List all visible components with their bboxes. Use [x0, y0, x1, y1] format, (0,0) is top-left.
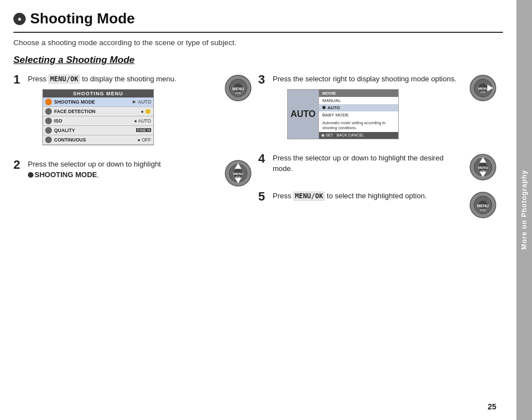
- svg-text:/OK: /OK: [235, 91, 241, 95]
- menu-value-shooting: AUTO: [138, 99, 151, 105]
- mode-auto-box: AUTO: [288, 90, 318, 139]
- step-3-number: 3: [258, 74, 268, 86]
- step-2-row: 2 Press the selector up or down to highl…: [13, 159, 253, 188]
- step-5-number: 5: [258, 191, 268, 203]
- menu-icon-quality: [45, 127, 52, 134]
- step-1-number: 1: [13, 74, 23, 86]
- mode-item-auto: AUTO: [319, 104, 398, 111]
- step-1-row: 1 Press MENU/OK to display the shooting …: [13, 74, 253, 150]
- left-column: 1 Press MENU/OK to display the shooting …: [13, 74, 258, 228]
- step-3-row: 3 Press the selector right to display sh…: [258, 74, 497, 144]
- mode-footer-cancel: BACK CANCEL: [337, 133, 364, 138]
- main-content: ● Shooting Mode Choose a shooting mode a…: [0, 0, 516, 420]
- menu-row-continuous: CONTINUOUS ● OFF: [43, 135, 153, 145]
- menu-icon-continuous: [45, 136, 52, 143]
- menu-value-continuous: ● OFF: [138, 137, 152, 143]
- menu-header: SHOOTING MENU: [43, 90, 153, 97]
- mode-list: MOVIE MANUAL AUTO BABY MODE Automatic mo…: [318, 90, 398, 139]
- step-2-content: Press the selector up or down to highlig…: [28, 159, 219, 181]
- step-5-text: Press MENU/OK to select the highlighted …: [273, 191, 464, 202]
- page-number: 25: [487, 402, 496, 411]
- right-tab: More on Photography: [516, 0, 532, 420]
- step-5-row: 5 Press MENU/OK to select the highlighte…: [258, 191, 497, 219]
- step-4-row: 4 Press the selector up or down to highl…: [258, 153, 497, 182]
- page-title: Shooting Mode: [30, 10, 135, 27]
- menu-icon-iso: [45, 118, 52, 124]
- shooting-mode-label: SHOOTING MODE: [35, 169, 97, 180]
- step-5-content: Press MENU/OK to select the highlighted …: [273, 191, 464, 202]
- step-1-button-icon: MENU /OK: [224, 74, 253, 102]
- step-1-content: Press MENU/OK to display the shooting me…: [28, 74, 219, 150]
- page-container: ● Shooting Mode Choose a shooting mode a…: [0, 0, 532, 420]
- svg-text:MENU: MENU: [233, 87, 244, 91]
- step-3-content: Press the selector right to display shoo…: [273, 74, 464, 144]
- mode-description: Automatic mode setting according to shoo…: [319, 119, 398, 132]
- step-4-number: 4: [258, 153, 268, 165]
- intro-text: Choose a shooting mode according to the …: [13, 38, 503, 47]
- menu-row-iso: ISO ● AUTO: [43, 116, 153, 126]
- menuok-key-1: MENU/OK: [49, 75, 80, 84]
- mode-dot-auto: [322, 106, 326, 109]
- menu-icon-shooting: [45, 99, 52, 105]
- mode-footer: ◉ SET BACK CANCEL: [319, 132, 398, 139]
- step-4-button-icon: MENU /OK: [468, 153, 497, 182]
- menu-arrow-shooting: ▶: [133, 99, 136, 104]
- step-4-text: Press the selector up or down to highlig…: [273, 153, 464, 174]
- svg-text:/OK: /OK: [480, 208, 486, 212]
- menu-screenshot: SHOOTING MENU SHOOTING MODE ▶ AUTO FACE …: [42, 89, 154, 145]
- section-heading: Selecting a Shooting Mode: [13, 55, 503, 66]
- svg-text:/OK: /OK: [236, 175, 241, 179]
- menu-label-iso: ISO: [54, 118, 132, 124]
- menu-value-iso: ● AUTO: [134, 118, 152, 124]
- menuok-key-5: MENU/OK: [293, 192, 325, 201]
- menu-label-quality: QUALITY: [54, 128, 134, 133]
- right-column: 3 Press the selector right to display sh…: [258, 74, 503, 228]
- step-3-text: Press the selector right to display shoo…: [273, 74, 464, 85]
- mode-item-manual: MANUAL: [319, 97, 398, 104]
- step-5-button-icon: MENU /OK: [468, 191, 497, 219]
- step-2-text: Press the selector up or down to highlig…: [28, 159, 219, 181]
- mode-screenshot: AUTO MOVIE MANUAL AUTO BABY MODE Automat…: [287, 89, 399, 139]
- mode-header-movie: MOVIE: [319, 90, 398, 97]
- right-tab-label: More on Photography: [520, 170, 528, 250]
- mode-footer-set: ◉ SET: [321, 133, 333, 138]
- mode-item-baby: BABY MODE: [319, 111, 398, 119]
- menu-value-face: ● 🙂: [141, 109, 152, 114]
- menu-row-shooting-mode: SHOOTING MODE ▶ AUTO: [43, 97, 153, 107]
- step-3-button-icon: MENU /OK: [468, 74, 497, 102]
- step-4-content: Press the selector up or down to highlig…: [273, 153, 464, 174]
- menu-label-face: FACE DETECTION: [54, 109, 139, 114]
- menu-label-continuous: CONTINUOUS: [54, 137, 136, 143]
- steps-grid: 1 Press MENU/OK to display the shooting …: [13, 74, 503, 228]
- shooting-mode-icon: ●: [13, 13, 26, 25]
- step-2-button-icon: MENU /OK: [224, 159, 253, 188]
- svg-text:MENU: MENU: [477, 204, 489, 208]
- svg-text:/OK: /OK: [481, 169, 486, 173]
- svg-text:/OK: /OK: [481, 90, 486, 94]
- menu-row-quality: QUALITY FINE N: [43, 126, 153, 135]
- menu-icon-face: [45, 108, 52, 115]
- step-1-text: Press MENU/OK to display the shooting me…: [28, 74, 219, 85]
- menu-label-shooting: SHOOTING MODE: [54, 99, 130, 105]
- page-title-section: ● Shooting Mode: [13, 10, 503, 33]
- step-2-number: 2: [13, 159, 23, 171]
- menu-value-quality: FINE N: [136, 128, 151, 132]
- menu-row-face: FACE DETECTION ● 🙂: [43, 107, 153, 116]
